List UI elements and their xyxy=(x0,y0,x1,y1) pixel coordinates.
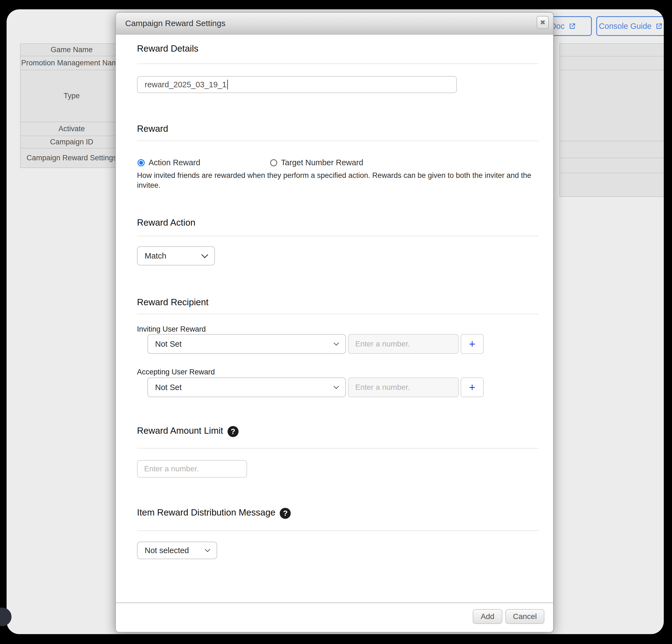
table-cell xyxy=(560,70,664,141)
divider xyxy=(137,448,539,449)
plus-icon: + xyxy=(469,381,475,394)
reward-heading: Reward xyxy=(137,123,168,134)
help-icon[interactable]: ? xyxy=(280,508,291,519)
cancel-button[interactable]: Cancel xyxy=(505,609,544,624)
table-row: Type xyxy=(21,70,123,122)
reward-action-heading: Reward Action xyxy=(137,217,195,228)
action-reward-radio[interactable] xyxy=(137,159,145,166)
reward-action-select[interactable]: Match xyxy=(137,246,215,265)
dialog-header: Campaign Reward Settings ✖ xyxy=(116,13,553,35)
table-row: Promotion Management Name xyxy=(21,56,123,70)
row-label: Type xyxy=(64,92,80,100)
item-reward-message-heading: Item Reward Distribution Message ? xyxy=(137,507,291,518)
background-settings-table-values xyxy=(560,43,664,197)
footer-divider xyxy=(116,603,553,603)
target-number-reward-radio[interactable] xyxy=(270,159,277,166)
table-row: Campaign Reward Settings xyxy=(21,148,123,168)
chevron-down-icon xyxy=(205,547,210,552)
reward-type-radio-group: Action Reward Target Number Reward xyxy=(137,158,363,167)
dialog-title: Campaign Reward Settings xyxy=(125,19,225,28)
external-link-icon xyxy=(568,23,576,30)
divider xyxy=(137,530,539,531)
inviting-user-reward-label: Inviting User Reward xyxy=(137,325,206,334)
row-label: Activate xyxy=(59,124,85,133)
row-label: Campaign ID xyxy=(50,138,93,146)
console-guide-label: Console Guide xyxy=(599,22,652,31)
reward-action-selected-value: Match xyxy=(145,251,166,261)
text-cursor xyxy=(227,80,228,90)
table-row: Activate xyxy=(21,122,123,136)
screen: Game Name Promotion Management Name Type… xyxy=(0,0,672,644)
item-reward-message-selected-value: Not selected xyxy=(145,546,189,555)
table-row: Game Name xyxy=(21,44,123,56)
inviting-reward-amount-input[interactable] xyxy=(348,334,459,354)
chevron-down-icon xyxy=(201,251,208,258)
reward-recipient-heading: Reward Recipient xyxy=(137,297,208,308)
add-button[interactable]: Add xyxy=(473,609,502,624)
divider xyxy=(137,63,539,64)
chevron-down-icon xyxy=(334,383,339,389)
table-cell xyxy=(560,44,664,57)
action-reward-label: Action Reward xyxy=(148,158,200,167)
inviting-reward-selected-value: Not Set xyxy=(155,339,182,349)
table-cell xyxy=(560,158,664,173)
external-link-icon xyxy=(655,23,663,30)
reward-description: How invited friends are rewarded when th… xyxy=(137,171,540,191)
inviting-reward-select[interactable]: Not Set xyxy=(147,334,346,354)
row-label: Promotion Management Name xyxy=(21,59,122,67)
table-row: Campaign ID xyxy=(21,136,123,148)
accepting-reward-select[interactable]: Not Set xyxy=(147,378,346,397)
divider xyxy=(137,314,539,314)
console-guide-button[interactable]: Console Guide xyxy=(596,16,664,36)
reward-name-input[interactable]: reward_2025_03_19_1 xyxy=(137,76,457,93)
reward-name-value: reward_2025_03_19_1 xyxy=(145,80,227,89)
inviting-reward-add-button[interactable]: + xyxy=(460,334,484,354)
chevron-down-icon xyxy=(334,340,339,346)
accepting-user-reward-label: Accepting User Reward xyxy=(137,368,215,377)
accepting-reward-selected-value: Not Set xyxy=(155,383,182,392)
help-icon[interactable]: ? xyxy=(228,426,239,437)
background-settings-table: Game Name Promotion Management Name Type… xyxy=(20,43,123,168)
reward-amount-limit-heading: Reward Amount Limit ? xyxy=(137,425,239,436)
item-reward-message-select[interactable]: Not selected xyxy=(137,541,217,559)
row-label: Campaign Reward Settings xyxy=(27,154,117,162)
accepting-reward-add-button[interactable]: + xyxy=(460,378,484,397)
plus-icon: + xyxy=(469,338,475,350)
table-cell xyxy=(560,57,664,70)
divider xyxy=(137,141,539,141)
divider xyxy=(137,236,539,236)
target-number-reward-label: Target Number Reward xyxy=(281,158,363,167)
row-label: Game Name xyxy=(50,46,93,54)
table-cell xyxy=(560,141,664,158)
table-cell xyxy=(560,173,664,197)
close-icon[interactable]: ✖ xyxy=(537,16,549,29)
reward-details-heading: Reward Details xyxy=(137,43,199,54)
campaign-reward-settings-dialog: Campaign Reward Settings ✖ Reward Detail… xyxy=(115,12,554,632)
accepting-reward-amount-input[interactable] xyxy=(348,378,459,397)
reward-amount-limit-input[interactable] xyxy=(137,460,247,478)
